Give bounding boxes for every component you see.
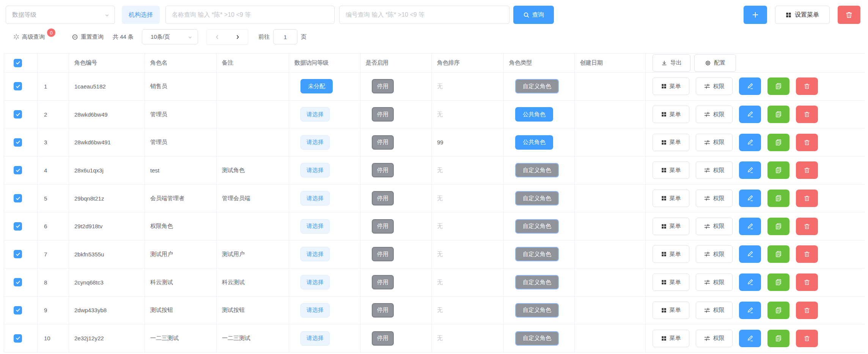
enabled-status-tag[interactable]: 停用 <box>372 275 394 289</box>
menu-settings-button[interactable]: 设置菜单 <box>775 6 830 24</box>
row-checkbox[interactable] <box>14 222 22 231</box>
row-edit-button[interactable] <box>739 302 761 319</box>
row-copy-button[interactable] <box>767 302 789 319</box>
access-level-tag[interactable]: 请选择 <box>300 135 330 150</box>
row-checkbox[interactable] <box>14 250 22 258</box>
enabled-status-tag[interactable]: 停用 <box>372 191 394 205</box>
enabled-status-tag[interactable]: 停用 <box>372 107 394 122</box>
row-copy-button[interactable] <box>767 190 789 207</box>
advanced-query-link[interactable]: 高级查询 <box>13 33 45 41</box>
row-menu-button[interactable]: 菜单 <box>653 330 689 347</box>
row-menu-button[interactable]: 菜单 <box>653 106 689 123</box>
row-permission-button[interactable]: 权限 <box>696 218 733 235</box>
access-level-tag[interactable]: 请选择 <box>300 303 330 318</box>
row-copy-button[interactable] <box>767 77 789 95</box>
reset-query-link[interactable]: 重置查询 <box>72 33 104 41</box>
name-query-input[interactable] <box>165 6 335 24</box>
row-copy-button[interactable] <box>767 218 789 235</box>
row-permission-button[interactable]: 权限 <box>696 330 733 347</box>
row-menu-button[interactable]: 菜单 <box>653 190 689 207</box>
row-menu-button[interactable]: 菜单 <box>653 161 689 179</box>
access-level-tag[interactable]: 未分配 <box>300 79 333 93</box>
search-button[interactable]: 查询 <box>513 6 554 24</box>
row-permission-button[interactable]: 权限 <box>696 161 733 179</box>
enabled-status-tag[interactable]: 停用 <box>372 247 394 261</box>
row-permission-button[interactable]: 权限 <box>696 106 733 123</box>
row-checkbox[interactable] <box>14 110 22 119</box>
row-menu-button[interactable]: 菜单 <box>653 273 689 291</box>
code-query-input[interactable] <box>339 6 509 24</box>
row-permission-button[interactable]: 权限 <box>696 190 733 207</box>
pencil-icon <box>747 83 753 90</box>
enabled-status-tag[interactable]: 停用 <box>372 303 394 318</box>
row-copy-button[interactable] <box>767 245 789 263</box>
row-copy-button[interactable] <box>767 161 789 179</box>
next-page-button[interactable] <box>232 30 243 44</box>
enabled-status-tag[interactable]: 停用 <box>372 163 394 177</box>
row-edit-button[interactable] <box>739 134 761 151</box>
row-edit-button[interactable] <box>739 330 761 347</box>
row-permission-button[interactable]: 权限 <box>696 302 733 319</box>
row-checkbox[interactable] <box>14 166 22 174</box>
row-permission-button[interactable]: 权限 <box>696 77 733 95</box>
row-delete-button[interactable] <box>796 302 818 319</box>
row-delete-button[interactable] <box>796 218 818 235</box>
row-edit-button[interactable] <box>739 245 761 263</box>
access-level-tag[interactable]: 请选择 <box>300 107 330 122</box>
row-permission-button[interactable]: 权限 <box>696 245 733 263</box>
row-menu-button[interactable]: 菜单 <box>653 302 689 319</box>
row-edit-button[interactable] <box>739 273 761 291</box>
row-permission-button[interactable]: 权限 <box>696 134 733 151</box>
row-delete-button[interactable] <box>796 245 818 263</box>
access-level-tag[interactable]: 请选择 <box>300 191 330 205</box>
export-button[interactable]: 导出 <box>653 54 690 72</box>
row-checkbox[interactable] <box>14 306 22 314</box>
row-delete-button[interactable] <box>796 77 818 95</box>
row-menu-button[interactable]: 菜单 <box>653 134 689 151</box>
enabled-status-tag[interactable]: 停用 <box>372 219 394 234</box>
goto-page-input[interactable] <box>273 29 297 44</box>
row-checkbox[interactable] <box>14 138 22 147</box>
row-edit-button[interactable] <box>739 190 761 207</box>
row-edit-button[interactable] <box>739 77 761 95</box>
enabled-status-tag[interactable]: 停用 <box>372 135 394 150</box>
row-delete-button[interactable] <box>796 190 818 207</box>
row-copy-button[interactable] <box>767 134 789 151</box>
remark-cell: 测试用户 <box>217 240 289 269</box>
select-all-checkbox[interactable] <box>14 59 22 67</box>
data-level-select[interactable]: 数据等级 <box>6 6 115 24</box>
access-level-tag[interactable]: 请选择 <box>300 247 330 261</box>
row-copy-button[interactable] <box>767 106 789 123</box>
org-select-button[interactable]: 机构选择 <box>122 6 160 24</box>
row-menu-button[interactable]: 菜单 <box>653 218 689 235</box>
row-menu-button[interactable]: 菜单 <box>653 245 689 263</box>
row-delete-button[interactable] <box>796 273 818 291</box>
batch-delete-button[interactable] <box>838 6 860 24</box>
row-checkbox[interactable] <box>14 278 22 286</box>
prev-page-button[interactable] <box>211 30 223 44</box>
row-permission-button[interactable]: 权限 <box>696 273 733 291</box>
row-copy-button[interactable] <box>767 330 789 347</box>
page-size-select[interactable]: 10条/页 <box>142 29 198 44</box>
row-edit-button[interactable] <box>739 218 761 235</box>
row-checkbox[interactable] <box>14 82 22 90</box>
config-button[interactable]: 配置 <box>694 54 736 72</box>
row-delete-button[interactable] <box>796 106 818 123</box>
row-delete-button[interactable] <box>796 330 818 347</box>
row-delete-button[interactable] <box>796 161 818 179</box>
row-menu-button[interactable]: 菜单 <box>653 77 689 95</box>
access-level-tag[interactable]: 请选择 <box>300 275 330 289</box>
access-level-tag[interactable]: 请选择 <box>300 331 330 346</box>
row-checkbox[interactable] <box>14 194 22 202</box>
row-copy-button[interactable] <box>767 273 789 291</box>
enabled-status-tag[interactable]: 停用 <box>372 79 394 93</box>
row-edit-button[interactable] <box>739 161 761 179</box>
row-edit-button[interactable] <box>739 106 761 123</box>
access-level-tag[interactable]: 请选择 <box>300 163 330 177</box>
add-button[interactable] <box>744 6 767 24</box>
row-checkbox[interactable] <box>14 334 22 343</box>
row-delete-button[interactable] <box>796 134 818 151</box>
access-level-tag[interactable]: 请选择 <box>300 219 330 234</box>
table-row: 6 29t2d918tv 权限角色 请选择 停用 无 自定义角色 菜单 权 <box>4 212 865 240</box>
enabled-status-tag[interactable]: 停用 <box>372 331 394 346</box>
